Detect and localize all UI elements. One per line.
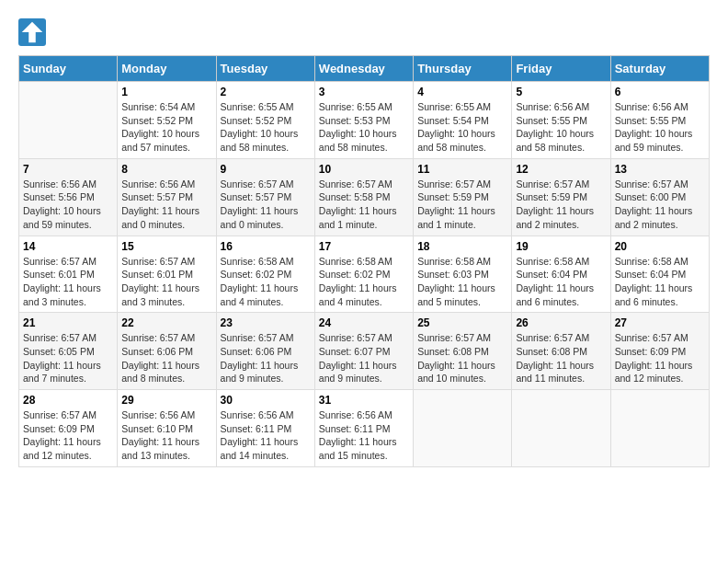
day-info: Sunrise: 6:57 AMSunset: 6:06 PMDaylight:… [221,331,311,385]
calendar-cell: 27Sunrise: 6:57 AMSunset: 6:09 PMDayligh… [610,313,709,390]
weekday-header: Monday [118,56,216,82]
day-number: 9 [221,163,311,176]
calendar-cell: 22Sunrise: 6:57 AMSunset: 6:06 PMDayligh… [118,313,216,390]
page-header [18,18,710,46]
day-info: Sunrise: 6:57 AMSunset: 6:09 PMDaylight:… [23,408,113,463]
day-number: 3 [319,86,409,98]
day-number: 8 [121,163,211,176]
day-info: Sunrise: 6:56 AMSunset: 5:55 PMDaylight:… [615,100,705,155]
day-info: Sunrise: 6:57 AMSunset: 6:00 PMDaylight:… [615,178,705,232]
day-number: 16 [221,240,311,253]
calendar-cell: 29Sunrise: 6:56 AMSunset: 6:10 PMDayligh… [118,390,216,467]
weekday-header: Wednesday [314,56,413,82]
calendar-cell: 14Sunrise: 6:57 AMSunset: 6:01 PMDayligh… [19,236,118,313]
day-number: 20 [615,240,705,253]
calendar-cell [414,390,512,467]
day-number: 2 [221,86,311,98]
day-info: Sunrise: 6:56 AMSunset: 6:11 PMDaylight:… [221,408,311,463]
day-number: 21 [23,316,113,329]
day-info: Sunrise: 6:56 AMSunset: 6:10 PMDaylight:… [121,408,211,463]
calendar-cell: 5Sunrise: 6:56 AMSunset: 5:55 PMDaylight… [512,82,610,159]
calendar-cell: 26Sunrise: 6:57 AMSunset: 6:08 PMDayligh… [512,313,610,390]
day-number: 17 [319,240,409,253]
day-number: 7 [23,163,113,176]
calendar-cell: 20Sunrise: 6:58 AMSunset: 6:04 PMDayligh… [610,236,709,313]
calendar-week-row: 7Sunrise: 6:56 AMSunset: 5:56 PMDaylight… [19,158,710,236]
day-info: Sunrise: 6:57 AMSunset: 6:05 PMDaylight:… [23,331,113,385]
day-number: 15 [121,240,211,253]
calendar-week-row: 14Sunrise: 6:57 AMSunset: 6:01 PMDayligh… [19,236,710,313]
day-number: 23 [221,316,311,329]
day-info: Sunrise: 6:55 AMSunset: 5:53 PMDaylight:… [319,100,409,155]
day-info: Sunrise: 6:57 AMSunset: 5:59 PMDaylight:… [417,178,507,232]
calendar-cell: 13Sunrise: 6:57 AMSunset: 6:00 PMDayligh… [610,158,709,236]
calendar-cell: 28Sunrise: 6:57 AMSunset: 6:09 PMDayligh… [19,390,118,467]
day-number: 1 [121,86,211,98]
day-number: 26 [516,316,606,329]
day-info: Sunrise: 6:57 AMSunset: 6:01 PMDaylight:… [121,255,211,309]
day-info: Sunrise: 6:57 AMSunset: 6:07 PMDaylight:… [319,331,409,385]
calendar-cell: 1Sunrise: 6:54 AMSunset: 5:52 PMDaylight… [118,82,216,159]
calendar-cell: 16Sunrise: 6:58 AMSunset: 6:02 PMDayligh… [216,236,314,313]
day-number: 4 [417,86,507,98]
day-info: Sunrise: 6:57 AMSunset: 5:58 PMDaylight:… [319,178,409,232]
day-number: 25 [417,316,507,329]
day-number: 6 [615,86,705,98]
calendar-cell: 4Sunrise: 6:55 AMSunset: 5:54 PMDaylight… [414,82,512,159]
calendar-cell [610,390,709,467]
day-info: Sunrise: 6:55 AMSunset: 5:54 PMDaylight:… [417,100,507,155]
calendar-cell: 10Sunrise: 6:57 AMSunset: 5:58 PMDayligh… [314,158,413,236]
day-number: 18 [417,240,507,253]
calendar-cell [19,82,118,159]
day-number: 29 [121,394,211,407]
calendar-cell: 12Sunrise: 6:57 AMSunset: 5:59 PMDayligh… [512,158,610,236]
day-number: 27 [615,316,705,329]
day-info: Sunrise: 6:57 AMSunset: 6:09 PMDaylight:… [615,331,705,385]
logo [18,18,50,46]
day-number: 31 [319,394,409,407]
calendar-cell: 19Sunrise: 6:58 AMSunset: 6:04 PMDayligh… [512,236,610,313]
day-info: Sunrise: 6:58 AMSunset: 6:02 PMDaylight:… [221,255,311,309]
calendar-cell [512,390,610,467]
calendar-cell: 23Sunrise: 6:57 AMSunset: 6:06 PMDayligh… [216,313,314,390]
calendar-cell: 3Sunrise: 6:55 AMSunset: 5:53 PMDaylight… [314,82,413,159]
calendar-week-row: 21Sunrise: 6:57 AMSunset: 6:05 PMDayligh… [19,313,710,390]
day-info: Sunrise: 6:57 AMSunset: 5:57 PMDaylight:… [221,178,311,232]
day-info: Sunrise: 6:57 AMSunset: 6:08 PMDaylight:… [417,331,507,385]
day-info: Sunrise: 6:57 AMSunset: 6:08 PMDaylight:… [516,331,606,385]
calendar-cell: 18Sunrise: 6:58 AMSunset: 6:03 PMDayligh… [414,236,512,313]
calendar-cell: 30Sunrise: 6:56 AMSunset: 6:11 PMDayligh… [216,390,314,467]
calendar-cell: 8Sunrise: 6:56 AMSunset: 5:57 PMDaylight… [118,158,216,236]
day-number: 22 [121,316,211,329]
calendar-cell: 6Sunrise: 6:56 AMSunset: 5:55 PMDaylight… [610,82,709,159]
day-number: 14 [23,240,113,253]
calendar-week-row: 1Sunrise: 6:54 AMSunset: 5:52 PMDaylight… [19,82,710,159]
day-number: 28 [23,394,113,407]
day-info: Sunrise: 6:56 AMSunset: 5:56 PMDaylight:… [23,178,113,232]
day-info: Sunrise: 6:57 AMSunset: 6:06 PMDaylight:… [121,331,211,385]
day-info: Sunrise: 6:57 AMSunset: 6:01 PMDaylight:… [23,255,113,309]
day-number: 5 [516,86,606,98]
day-info: Sunrise: 6:58 AMSunset: 6:02 PMDaylight:… [319,255,409,309]
day-number: 30 [221,394,311,407]
day-number: 24 [319,316,409,329]
day-info: Sunrise: 6:56 AMSunset: 5:55 PMDaylight:… [516,100,606,155]
calendar-cell: 15Sunrise: 6:57 AMSunset: 6:01 PMDayligh… [118,236,216,313]
weekday-header: Tuesday [216,56,314,82]
day-number: 19 [516,240,606,253]
calendar-cell: 7Sunrise: 6:56 AMSunset: 5:56 PMDaylight… [19,158,118,236]
day-info: Sunrise: 6:57 AMSunset: 5:59 PMDaylight:… [516,178,606,232]
weekday-header: Thursday [414,56,512,82]
logo-icon [18,18,46,46]
calendar-cell: 9Sunrise: 6:57 AMSunset: 5:57 PMDaylight… [216,158,314,236]
calendar-cell: 31Sunrise: 6:56 AMSunset: 6:11 PMDayligh… [314,390,413,467]
weekday-header: Friday [512,56,610,82]
header-row: SundayMondayTuesdayWednesdayThursdayFrid… [19,56,710,82]
day-info: Sunrise: 6:55 AMSunset: 5:52 PMDaylight:… [221,100,311,155]
day-info: Sunrise: 6:58 AMSunset: 6:04 PMDaylight:… [615,255,705,309]
day-info: Sunrise: 6:54 AMSunset: 5:52 PMDaylight:… [121,100,211,155]
day-number: 11 [417,163,507,176]
weekday-header: Sunday [19,56,118,82]
calendar-cell: 24Sunrise: 6:57 AMSunset: 6:07 PMDayligh… [314,313,413,390]
calendar-table: SundayMondayTuesdayWednesdayThursdayFrid… [18,55,710,467]
